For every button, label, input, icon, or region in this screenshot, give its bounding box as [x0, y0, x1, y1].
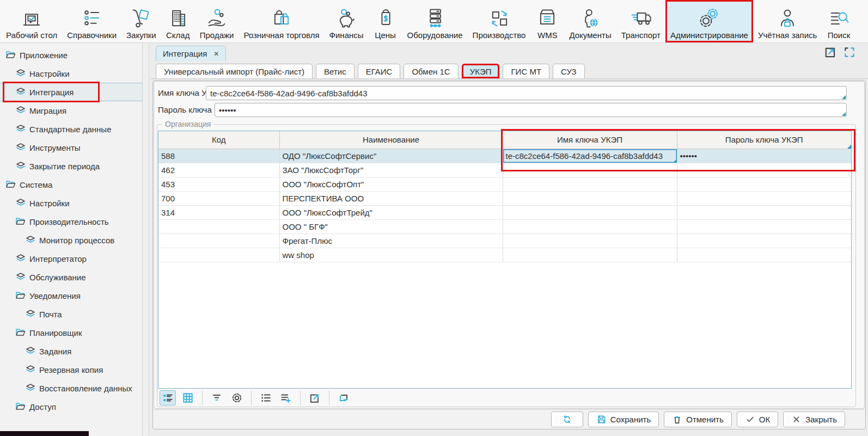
sidebar-item-performance[interactable]: Производительность — [0, 212, 142, 231]
reload-button[interactable] — [335, 390, 352, 406]
cell-name[interactable]: ww shop — [279, 248, 503, 262]
sidebar-item-maintenance[interactable]: Обслуживание — [0, 268, 142, 286]
toolbar-item-sales[interactable]: Продажи — [195, 0, 239, 42]
view-list-button[interactable] — [160, 390, 176, 406]
cell-code[interactable]: 588 — [158, 149, 279, 163]
sidebar-item-mail[interactable]: Почта — [0, 305, 142, 323]
cell-code[interactable]: 453 — [158, 177, 279, 191]
doc-tab-integration[interactable]: Интеграция ✕ — [156, 46, 226, 61]
toolbar-item-search[interactable]: Поиск — [822, 0, 855, 42]
toolbar-item-prices[interactable]: Цены — [369, 0, 402, 42]
sidebar-item-tasks[interactable]: Задания — [0, 342, 142, 360]
cell-name[interactable]: ООО "ЛюксСофтТрейд" — [279, 205, 503, 219]
close-icon[interactable]: ✕ — [213, 50, 219, 58]
toolbar-item-desktop[interactable]: Рабочий стол — [1, 0, 62, 42]
table-row[interactable]: 700 ПЕРСПЕКТИВА ООО — [158, 191, 851, 205]
toolbar-item-retail[interactable]: Розничная торговля — [239, 0, 324, 42]
cell-name[interactable]: ООО "ЛюксСофтОпт" — [279, 177, 503, 191]
cell-password[interactable] — [677, 163, 851, 177]
sidebar-item-access[interactable]: Доступ — [0, 397, 142, 416]
cell-password[interactable] — [677, 248, 851, 262]
cell-key[interactable] — [503, 205, 677, 219]
cell-password[interactable] — [677, 234, 851, 248]
cell-key-editor[interactable]: te-c8c2ce64-f586-42ad-9496-caf8b3afdd43 — [503, 149, 677, 163]
toolbar-item-administration[interactable]: Администрирование — [665, 0, 753, 42]
save-button[interactable]: Сохранить — [588, 412, 659, 427]
tab-egais[interactable]: ЕГАИС — [358, 64, 401, 78]
toolbar-item-production[interactable]: Производство — [468, 0, 531, 42]
close-button[interactable]: Закрыть — [783, 412, 845, 427]
open-external-button[interactable] — [307, 390, 323, 406]
cell-key[interactable] — [503, 248, 677, 262]
open-in-window-icon[interactable] — [824, 46, 837, 59]
toolbar-item-warehouse[interactable]: Склад — [161, 0, 195, 42]
sidebar-item-system-settings[interactable]: Настройки — [0, 194, 142, 212]
sidebar-item-scheduler[interactable]: Планировщик — [0, 323, 142, 342]
table-row[interactable]: 453 ООО "ЛюксСофтОпт" — [158, 177, 851, 191]
cell-key[interactable] — [503, 177, 677, 191]
column-header-password[interactable]: Пароль ключа УКЭП — [677, 131, 851, 149]
tab-vetis[interactable]: Ветис — [316, 64, 354, 78]
sidebar-item-tools[interactable]: Инструменты — [0, 138, 142, 157]
sidebar-item-data-restore[interactable]: Восстановление данных — [0, 379, 142, 397]
tab-obmen-1c[interactable]: Обмен 1С — [404, 64, 458, 78]
view-grid-button[interactable] — [180, 390, 196, 406]
cancel-button[interactable]: Отменить — [664, 412, 732, 427]
key-name-input[interactable] — [206, 87, 846, 100]
sidebar-item-standard-data[interactable]: Стандартные данные — [0, 120, 142, 138]
table-row[interactable]: Фрегат-Плюс — [158, 234, 851, 248]
cell-password[interactable] — [677, 205, 851, 219]
toolbar-item-transport[interactable]: Транспорт — [616, 0, 665, 42]
numbered-list-button[interactable] — [258, 390, 274, 406]
column-header-name[interactable]: Наименование — [279, 131, 503, 149]
key-password-input[interactable] — [215, 103, 846, 116]
cell-code[interactable]: 700 — [158, 191, 279, 205]
toolbar-item-finance[interactable]: Финансы — [325, 0, 369, 42]
sidebar-item-integration[interactable]: Интеграция — [0, 83, 142, 101]
toolbar-item-equipment[interactable]: Оборудование — [402, 0, 468, 42]
cell-key[interactable] — [503, 234, 677, 248]
sidebar-item-notifications[interactable]: Уведомления — [0, 286, 142, 305]
cell-name[interactable]: Фрегат-Плюс — [279, 234, 503, 248]
sidebar-item-interpreter[interactable]: Интерпретатор — [0, 249, 142, 268]
cell-name[interactable]: ОДО "ЛюксСофтСервис" — [279, 149, 503, 163]
toolbar-item-account[interactable]: Учётная запись — [753, 0, 822, 42]
sidebar-item-settings[interactable]: Настройки — [0, 64, 142, 83]
table-row[interactable]: 462 ЗАО "ЛюксСофтТорг" — [158, 163, 851, 177]
table-row[interactable]: ww shop — [158, 248, 851, 262]
cell-code[interactable]: 462 — [158, 163, 279, 177]
table-settings-button[interactable] — [229, 390, 245, 406]
cell-key[interactable] — [503, 219, 677, 234]
sidebar-item-migration[interactable]: Миграция — [0, 101, 142, 120]
add-row-button[interactable] — [278, 390, 294, 406]
cell-code[interactable]: 314 — [158, 205, 279, 219]
ok-button[interactable]: ОК — [737, 412, 778, 427]
sidebar-item-system[interactable]: Система — [0, 175, 142, 194]
sidebar-item-app[interactable]: Приложение — [0, 46, 142, 64]
sidebar-item-period-close[interactable]: Закрытие периода — [0, 157, 142, 175]
tab-ukep[interactable]: УКЭП — [462, 64, 500, 78]
cell-key[interactable] — [503, 163, 677, 177]
table-row[interactable]: 314 ООО "ЛюксСофтТрейд" — [158, 205, 851, 219]
cell-key[interactable] — [503, 191, 677, 205]
toolbar-item-documents[interactable]: Документы — [564, 0, 616, 42]
cell-password[interactable] — [677, 219, 851, 234]
cell-code[interactable] — [158, 234, 279, 248]
cell-name[interactable]: ООО " БГФ" — [279, 219, 503, 234]
tab-universal-import[interactable]: Универсальный импорт (Прайс-лист) — [156, 64, 313, 78]
table-row[interactable]: ООО " БГФ" — [158, 219, 851, 234]
refresh-button[interactable] — [551, 412, 583, 427]
tab-suz[interactable]: СУЗ — [553, 64, 585, 78]
sidebar-item-process-monitor[interactable]: Монитор процессов — [0, 231, 142, 249]
column-header-code[interactable]: Код — [158, 131, 279, 149]
fullscreen-icon[interactable] — [843, 46, 856, 59]
filter-button[interactable] — [209, 390, 225, 406]
cell-name[interactable]: ЗАО "ЛюксСофтТорг" — [279, 163, 503, 177]
cell-code[interactable] — [158, 248, 279, 262]
cell-password[interactable] — [677, 191, 851, 205]
column-header-key[interactable]: Имя ключа УКЭП — [503, 131, 677, 149]
toolbar-item-catalogs[interactable]: Справочники — [62, 0, 121, 42]
table-row[interactable]: 588 ОДО "ЛюксСофтСервис" te-c8c2ce64-f58… — [158, 149, 851, 163]
cell-password[interactable] — [677, 177, 851, 191]
toolbar-item-wms[interactable]: WMS — [530, 0, 564, 42]
